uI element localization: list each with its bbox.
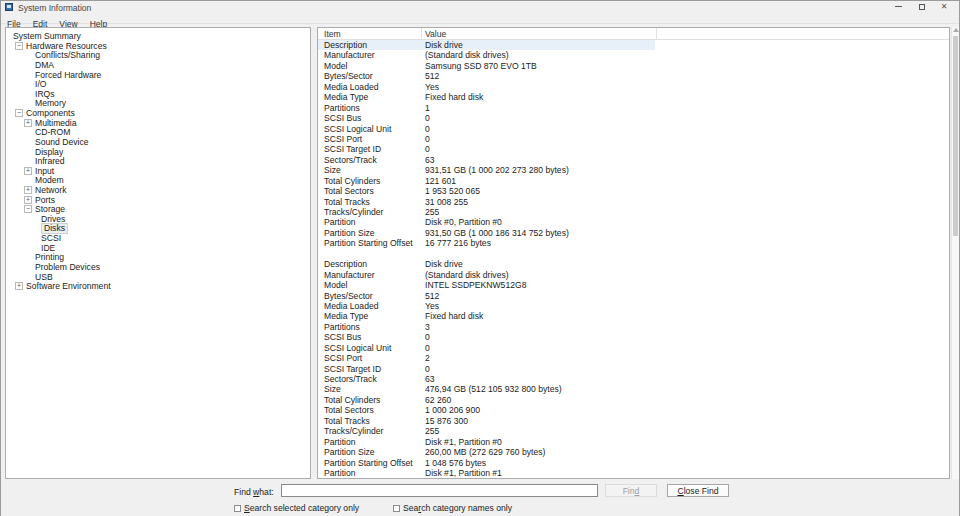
sidebar-item-ports[interactable]: +Ports xyxy=(6,195,310,205)
table-row[interactable]: SCSI Logical Unit0 xyxy=(318,124,949,134)
table-row[interactable]: Partition Starting Offset1 048 576 bytes xyxy=(318,458,949,468)
table-row[interactable]: Bytes/Sector512 xyxy=(318,291,949,301)
scroll-up-icon[interactable] xyxy=(953,28,959,32)
table-row[interactable]: DescriptionDisk drive xyxy=(318,40,655,50)
table-row[interactable]: PartitionDisk #0, Partition #0 xyxy=(318,217,949,227)
sidebar-item-cd-rom[interactable]: CD-ROM xyxy=(6,127,310,137)
find-input[interactable] xyxy=(281,484,598,497)
close-button[interactable]: ✕ xyxy=(933,1,955,13)
table-row[interactable]: SCSI Bus0 xyxy=(318,113,949,123)
table-row[interactable]: ModelSamsung SSD 870 EVO 1TB xyxy=(318,61,949,71)
sidebar-item-multimedia[interactable]: +Multimedia xyxy=(6,118,310,128)
column-header-item[interactable]: Item xyxy=(324,29,341,39)
table-row[interactable]: ModelINTEL SSDPEKNW512G8 xyxy=(318,280,949,290)
sidebar-item-components[interactable]: −Components xyxy=(6,108,310,118)
table-row[interactable]: Media TypeFixed hard disk xyxy=(318,311,949,321)
table-row[interactable]: PartitionDisk #1, Partition #0 xyxy=(318,437,949,447)
sidebar-item-input[interactable]: +Input xyxy=(6,166,310,176)
sidebar-item-sound-device[interactable]: Sound Device xyxy=(6,137,310,147)
table-row[interactable]: SCSI Target ID0 xyxy=(318,364,949,374)
table-row[interactable]: Total Tracks15 876 300 xyxy=(318,416,949,426)
table-row[interactable]: Bytes/Sector512 xyxy=(318,71,949,81)
find-button[interactable]: Find xyxy=(605,484,657,497)
expand-icon[interactable]: + xyxy=(24,167,32,175)
table-row[interactable]: PartitionDisk #1, Partition #1 xyxy=(318,468,949,478)
collapse-icon[interactable]: − xyxy=(15,109,23,117)
sidebar-item-memory[interactable]: Memory xyxy=(6,98,310,108)
table-row[interactable]: Tracks/Cylinder255 xyxy=(318,426,949,436)
table-row[interactable]: Partition Starting Offset16 777 216 byte… xyxy=(318,238,949,248)
minimize-button[interactable] xyxy=(887,1,909,13)
table-row[interactable]: Partitions3 xyxy=(318,322,949,332)
sidebar-item-problem-devices[interactable]: Problem Devices xyxy=(6,262,310,272)
column-divider[interactable] xyxy=(656,28,657,40)
sidebar-item-scsi[interactable]: SCSI xyxy=(6,233,310,243)
table-row[interactable]: Size476,94 GB (512 105 932 800 bytes) xyxy=(318,384,949,394)
sidebar-item-conflicts-sharing[interactable]: Conflicts/Sharing xyxy=(6,50,310,60)
expand-icon[interactable]: + xyxy=(24,196,32,204)
sidebar-item-irqs[interactable]: IRQs xyxy=(6,89,310,99)
sidebar-item-i-o[interactable]: I/O xyxy=(6,79,310,89)
table-row[interactable]: SCSI Bus0 xyxy=(318,332,949,342)
sidebar-item-ide[interactable]: IDE xyxy=(6,243,310,253)
table-row[interactable]: Media TypeFixed hard disk xyxy=(318,92,949,102)
table-row[interactable]: DescriptionDisk drive xyxy=(318,259,949,269)
sidebar-item-display[interactable]: Display xyxy=(6,147,310,157)
sidebar-item-forced-hardware[interactable]: Forced Hardware xyxy=(6,70,310,80)
table-row[interactable]: Sectors/Track63 xyxy=(318,374,949,384)
row-value-cell: 2 xyxy=(425,353,430,363)
sidebar-item-printing[interactable]: Printing xyxy=(6,252,310,262)
expand-icon[interactable]: + xyxy=(15,282,23,290)
table-row[interactable]: Partition Size260,00 MB (272 629 760 byt… xyxy=(318,447,949,457)
table-row[interactable]: Total Cylinders62 260 xyxy=(318,395,949,405)
table-row[interactable]: Total Tracks31 008 255 xyxy=(318,197,949,207)
table-row[interactable]: Total Cylinders121 601 xyxy=(318,176,949,186)
sidebar-item-infrared[interactable]: Infrared xyxy=(6,156,310,166)
sidebar-item-modem[interactable]: Modem xyxy=(6,175,310,185)
table-row[interactable]: Manufacturer(Standard disk drives) xyxy=(318,270,949,280)
collapse-icon[interactable]: − xyxy=(15,42,23,50)
table-row[interactable]: Media LoadedYes xyxy=(318,82,949,92)
collapse-icon[interactable]: − xyxy=(24,205,32,213)
expand-icon[interactable]: + xyxy=(24,186,32,194)
sidebar-item-dma[interactable]: DMA xyxy=(6,60,310,70)
sidebar-item-system-summary[interactable]: System Summary xyxy=(6,31,310,41)
row-item-cell: Media Type xyxy=(324,92,368,102)
scrollbar-thumb[interactable] xyxy=(953,36,958,236)
sidebar-item-storage[interactable]: −Storage xyxy=(6,204,310,214)
table-row[interactable]: Size931,51 GB (1 000 202 273 280 bytes) xyxy=(318,165,949,175)
table-row[interactable]: SCSI Port2 xyxy=(318,353,949,363)
sidebar-item-disks[interactable]: Disks xyxy=(6,224,310,234)
table-row[interactable]: Manufacturer(Standard disk drives) xyxy=(318,50,949,60)
table-row[interactable]: Partitions1 xyxy=(318,103,949,113)
sidebar-item-software-environment[interactable]: +Software Environment xyxy=(6,281,310,291)
expand-icon[interactable]: + xyxy=(24,119,32,127)
table-row[interactable]: Total Sectors1 953 520 065 xyxy=(318,186,949,196)
close-find-button[interactable]: Close Find xyxy=(667,484,729,497)
sidebar-item-usb[interactable]: USB xyxy=(6,272,310,282)
table-row[interactable]: SCSI Port0 xyxy=(318,134,949,144)
table-row[interactable]: SCSI Target ID0 xyxy=(318,144,949,154)
sidebar-item-network[interactable]: +Network xyxy=(6,185,310,195)
find-what-label: Find what: xyxy=(234,487,274,497)
table-row[interactable]: Partition Size931,50 GB (1 000 186 314 7… xyxy=(318,228,949,238)
vertical-scrollbar[interactable] xyxy=(951,27,959,479)
tree-item-label: IRQs xyxy=(35,89,55,99)
table-row[interactable]: Media LoadedYes xyxy=(318,301,949,311)
search-selected-category-checkbox[interactable]: Search selected category only xyxy=(234,503,359,513)
search-category-names-checkbox[interactable]: Search category names only xyxy=(393,503,512,513)
row-item-cell: Media Loaded xyxy=(324,301,378,311)
row-item-cell: Total Cylinders xyxy=(324,395,380,405)
tree-item-label: Multimedia xyxy=(35,118,77,128)
table-row[interactable]: Sectors/Track63 xyxy=(318,155,949,165)
row-item-cell: Size xyxy=(324,165,341,175)
column-header-value[interactable]: Value xyxy=(425,29,446,39)
table-row[interactable]: Tracks/Cylinder255 xyxy=(318,207,949,217)
row-item-cell: Manufacturer xyxy=(324,270,375,280)
table-row[interactable]: Total Sectors1 000 206 900 xyxy=(318,405,949,415)
tree-item-label: IDE xyxy=(41,243,55,253)
sidebar-item-hardware-resources[interactable]: −Hardware Resources xyxy=(6,41,310,51)
table-row[interactable]: SCSI Logical Unit0 xyxy=(318,343,949,353)
column-divider[interactable] xyxy=(421,28,422,40)
maximize-button[interactable] xyxy=(911,1,933,13)
